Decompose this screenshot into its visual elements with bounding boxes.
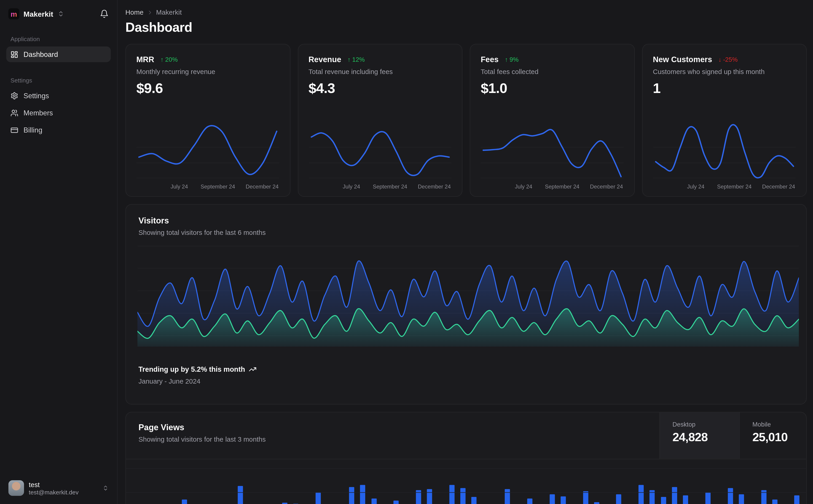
sidebar-item-label: Settings [24, 92, 49, 99]
sidebar: m Makerkit Application Dashboard Setting… [0, 0, 117, 504]
breadcrumb: Home Makerkit [125, 8, 807, 16]
bar [549, 494, 555, 504]
card-value: $1.0 [481, 80, 624, 97]
card-value: $9.6 [136, 80, 279, 97]
visitors-title: Visitors [138, 216, 794, 225]
bar [460, 488, 466, 504]
card-description: Customers who signed up this month [653, 68, 796, 76]
card-title: Fees [481, 55, 498, 64]
toggle-mobile[interactable]: Mobile 25,010 [739, 412, 806, 459]
sparkline-chart: July 24September 24December 24 [653, 119, 796, 192]
avatar [8, 480, 24, 496]
user-email: test@makerkit.dev [29, 489, 79, 495]
arrow-up-icon: ↑ [160, 56, 164, 63]
toggle-desktop[interactable]: Desktop 24,828 [659, 412, 739, 459]
stat-card-fees: Fees ↑9% Total fees collected $1.0 July … [470, 44, 635, 197]
visitors-footer-text: Trending up by 5.2% this month [138, 365, 245, 373]
chevrons-up-down-icon [102, 485, 109, 491]
bar [616, 494, 622, 504]
card-description: Total revenue including fees [309, 68, 451, 76]
bar [238, 486, 243, 504]
sidebar-item-label: Members [24, 109, 53, 117]
visitors-subtitle: Showing total visitors for the last 6 mo… [138, 229, 794, 236]
breadcrumb-home-link[interactable]: Home [125, 8, 143, 16]
sidebar-item-settings[interactable]: Settings [6, 88, 111, 103]
sidebar-section-application: Application [6, 36, 111, 42]
bar [394, 501, 399, 504]
bar [282, 503, 288, 504]
gear-icon [11, 92, 18, 99]
sparkline-chart: July 24September 24December 24 [481, 119, 624, 192]
workspace-name: Makerkit [24, 10, 53, 18]
card-title: Revenue [309, 55, 341, 64]
card-description: Monthly recurring revenue [136, 68, 279, 76]
bar [427, 489, 432, 504]
bar [594, 502, 599, 504]
page-views-panel: Page Views Showing total visitors for th… [125, 412, 807, 504]
app-root: m Makerkit Application Dashboard Setting… [0, 0, 813, 504]
sparkline-chart: July 24September 24December 24 [136, 119, 279, 192]
page-views-subtitle: Showing total visitors for the last 3 mo… [138, 435, 266, 443]
page-title: Dashboard [125, 20, 807, 35]
layout-dashboard-icon [11, 50, 18, 58]
sidebar-item-dashboard[interactable]: Dashboard [6, 46, 111, 62]
visitors-date-range: January - June 2024 [138, 377, 794, 385]
chevron-right-icon [146, 9, 153, 15]
bar [316, 492, 321, 504]
page-views-title: Page Views [138, 423, 266, 432]
visitors-area-chart [137, 246, 799, 347]
bar [583, 491, 588, 504]
bar [527, 499, 532, 504]
trend-badge: ↑12% [347, 56, 365, 63]
stat-cards-row: MRR ↑20% Monthly recurring revenue $9.6 … [125, 44, 807, 197]
user-name: test [29, 481, 79, 488]
sidebar-section-settings: Settings [6, 77, 111, 83]
bar [560, 496, 566, 504]
bar [349, 487, 354, 504]
bar [472, 497, 477, 504]
x-axis-ticks: July 24September 24December 24 [653, 183, 796, 192]
makerkit-logo: m [8, 8, 19, 19]
bar [672, 487, 677, 504]
stat-card-revenue: Revenue ↑12% Total revenue including fee… [298, 44, 462, 197]
bar [661, 497, 666, 504]
user-menu[interactable]: test test@makerkit.dev [6, 477, 111, 499]
breadcrumb-current: Makerkit [156, 8, 181, 16]
bar [182, 499, 187, 504]
card-value: $4.3 [309, 80, 451, 97]
bar [794, 495, 800, 504]
bar [739, 494, 744, 504]
visitors-panel: Visitors Showing total visitors for the … [125, 204, 807, 404]
trend-badge: ↑9% [505, 56, 518, 63]
arrow-up-icon: ↑ [347, 56, 351, 63]
card-value: 1 [653, 80, 796, 97]
x-axis-ticks: July 24September 24December 24 [481, 183, 624, 192]
stat-card-new-customers: New Customers ↓-25% Customers who signed… [642, 44, 807, 197]
trend-badge: ↓-25% [718, 56, 738, 63]
arrow-down-icon: ↓ [718, 56, 722, 63]
bar [639, 485, 644, 504]
page-views-bar-chart [126, 459, 806, 504]
bar [449, 485, 454, 504]
arrow-up-icon: ↑ [505, 56, 508, 63]
sidebar-item-billing[interactable]: Billing [6, 122, 111, 138]
workspace-selector[interactable]: m Makerkit [6, 5, 111, 22]
sidebar-item-members[interactable]: Members [6, 105, 111, 121]
users-icon [11, 109, 18, 117]
notifications-bell-icon[interactable] [100, 9, 109, 18]
main-content: Home Makerkit Dashboard MRR ↑20% Monthly… [117, 0, 813, 504]
stat-card-mrr: MRR ↑20% Monthly recurring revenue $9.6 … [125, 44, 290, 197]
trend-badge: ↑20% [160, 56, 178, 63]
bar [360, 485, 365, 504]
x-axis-ticks: July 24September 24December 24 [136, 183, 279, 192]
sidebar-item-label: Billing [24, 126, 42, 134]
bar [371, 499, 376, 504]
bar [505, 489, 510, 504]
card-description: Total fees collected [481, 68, 624, 76]
bar [683, 495, 688, 504]
card-title: New Customers [653, 55, 712, 64]
bar [705, 492, 711, 504]
trending-up-icon [249, 365, 257, 373]
bar [728, 488, 733, 504]
sidebar-item-label: Dashboard [24, 50, 58, 58]
